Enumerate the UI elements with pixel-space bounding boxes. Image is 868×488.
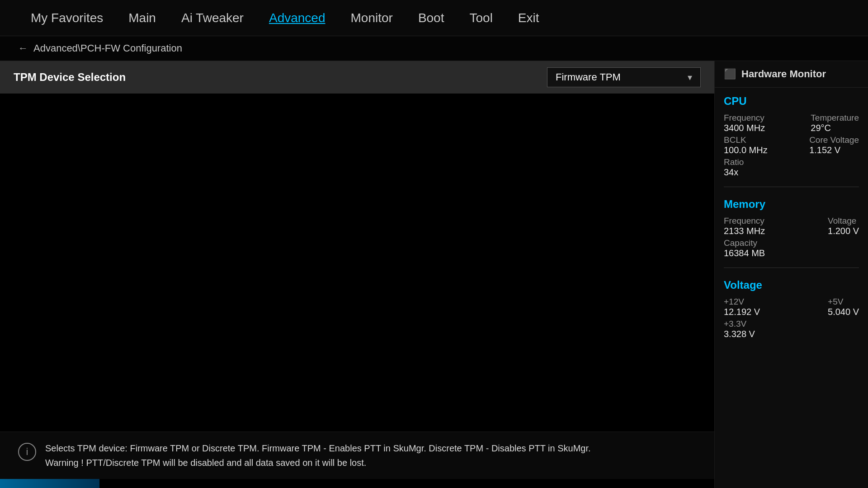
info-icon: i	[18, 443, 36, 461]
mem-freq-voltage-row: Frequency 2133 MHz Voltage 1.200 V	[724, 216, 859, 236]
cpu-freq-label: Frequency	[724, 113, 765, 123]
hardware-monitor-sidebar: ⬛ Hardware Monitor CPU Frequency 3400 MH…	[714, 61, 868, 488]
nav-advanced[interactable]: Advanced	[256, 11, 338, 25]
nav-exit[interactable]: Exit	[505, 11, 552, 25]
nav-main[interactable]: Main	[116, 11, 169, 25]
mem-freq-value: 2133 MHz	[724, 226, 765, 236]
bottom-progress-bar	[0, 479, 99, 488]
nav-ai-tweaker[interactable]: Ai Tweaker	[169, 11, 256, 25]
mem-capacity-label: Capacity	[724, 238, 765, 248]
cpu-ratio-value: 34x	[724, 167, 744, 178]
content-area: TPM Device Selection Firmware TPM ▾ i Se…	[0, 61, 714, 488]
monitor-icon: ⬛	[724, 68, 736, 80]
v33-label: +3.3V	[724, 319, 755, 329]
back-arrow-icon[interactable]: ←	[18, 42, 28, 54]
cpu-temp-value: 29°C	[811, 123, 859, 133]
breadcrumb-bar: ← Advanced\PCH-FW Configuration	[0, 36, 868, 61]
cpu-bclk-voltage-row: BCLK 100.0 MHz Core Voltage 1.152 V	[724, 135, 859, 155]
nav-tool[interactable]: Tool	[457, 11, 505, 25]
memory-metrics: Frequency 2133 MHz Voltage 1.200 V Capac…	[715, 214, 868, 264]
cpu-bclk-label: BCLK	[724, 135, 768, 145]
tpm-label: TPM Device Selection	[14, 71, 126, 84]
v33-value: 3.328 V	[724, 329, 755, 339]
tpm-value: Firmware TPM	[556, 71, 681, 83]
info-text: Selects TPM device: Firmware TPM or Disc…	[45, 441, 591, 470]
v5-label: +5V	[828, 297, 859, 307]
sidebar-header: ⬛ Hardware Monitor	[715, 61, 868, 88]
empty-content-area	[0, 94, 714, 432]
cpu-ratio-row: Ratio 34x	[724, 157, 859, 178]
mem-capacity-value: 16384 MB	[724, 248, 765, 258]
nav-boot[interactable]: Boot	[406, 11, 457, 25]
cpu-temp-label: Temperature	[811, 113, 859, 123]
mem-freq-label: Frequency	[724, 216, 765, 226]
cpu-metrics: Frequency 3400 MHz Temperature 29°C BCLK…	[715, 111, 868, 183]
voltage-section-title: Voltage	[715, 272, 868, 295]
cpu-core-voltage-value: 1.152 V	[809, 145, 859, 155]
breadcrumb: Advanced\PCH-FW Configuration	[33, 42, 182, 54]
v33-row: +3.3V 3.328 V	[724, 319, 859, 339]
cpu-core-voltage-label: Core Voltage	[809, 135, 859, 145]
memory-section-title: Memory	[715, 191, 868, 214]
cpu-freq-value: 3400 MHz	[724, 123, 765, 133]
v5-value: 5.040 V	[828, 307, 859, 317]
v12-label: +12V	[724, 297, 760, 307]
tpm-dropdown[interactable]: Firmware TPM ▾	[547, 67, 701, 87]
cpu-ratio-label: Ratio	[724, 157, 744, 167]
nav-bar: My Favorites Main Ai Tweaker Advanced Mo…	[0, 0, 868, 36]
nav-monitor[interactable]: Monitor	[338, 11, 406, 25]
cpu-section-title: CPU	[715, 88, 868, 111]
sidebar-title: Hardware Monitor	[741, 68, 826, 80]
memory-voltage-divider	[724, 267, 859, 268]
v12-v5-row: +12V 12.192 V +5V 5.040 V	[724, 297, 859, 317]
main-layout: TPM Device Selection Firmware TPM ▾ i Se…	[0, 61, 868, 488]
mem-capacity-row: Capacity 16384 MB	[724, 238, 859, 258]
mem-voltage-value: 1.200 V	[828, 226, 859, 236]
cpu-bclk-value: 100.0 MHz	[724, 145, 768, 155]
cpu-freq-temp-row: Frequency 3400 MHz Temperature 29°C	[724, 113, 859, 133]
mem-voltage-label: Voltage	[828, 216, 859, 226]
cpu-memory-divider	[724, 187, 859, 187]
voltage-metrics: +12V 12.192 V +5V 5.040 V +3.3V 3.328 V	[715, 295, 868, 345]
nav-my-favorites[interactable]: My Favorites	[18, 11, 116, 25]
v12-value: 12.192 V	[724, 307, 760, 317]
info-bar: i Selects TPM device: Firmware TPM or Di…	[0, 432, 714, 479]
chevron-down-icon: ▾	[688, 72, 692, 83]
tpm-row: TPM Device Selection Firmware TPM ▾	[0, 61, 714, 94]
